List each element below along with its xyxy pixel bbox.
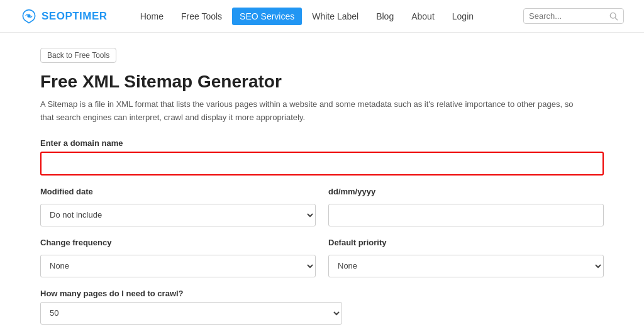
svg-line-2 <box>615 18 618 20</box>
logo-text: SEOPTIMER <box>42 10 108 23</box>
pages-select[interactable]: 50100200500 <box>40 302 342 325</box>
site-header: SEOPTIMER Home Free Tools SEO Services W… <box>0 0 644 33</box>
default-priority-label: Default priority <box>328 238 604 247</box>
nav-blog[interactable]: Blog <box>369 8 401 25</box>
main-content: Back to Free Tools Free XML Sitemap Gene… <box>20 33 624 334</box>
back-button[interactable]: Back to Free Tools <box>40 48 116 63</box>
search-icon <box>609 12 618 21</box>
default-priority-select[interactable]: None0.10.20.30.40.50.60.70.80.91.0 <box>328 255 604 277</box>
date-field-label: dd/mm/yyyy <box>328 187 604 196</box>
modified-date-group: Modified date Do not includeTodayCustom <box>40 187 316 226</box>
change-freq-group: Change frequency NoneAlwaysHourlyDailyWe… <box>40 238 316 277</box>
nav-free-tools[interactable]: Free Tools <box>174 8 230 25</box>
change-freq-select[interactable]: NoneAlwaysHourlyDailyWeeklyMonthlyYearly… <box>40 255 316 277</box>
nav-login[interactable]: Login <box>445 8 481 25</box>
date-frequency-row: Modified date Do not includeTodayCustom … <box>40 187 604 226</box>
nav-white-label[interactable]: White Label <box>304 8 366 25</box>
default-priority-group: Default priority None0.10.20.30.40.50.60… <box>328 238 604 277</box>
change-freq-label: Change frequency <box>40 238 316 247</box>
nav-about[interactable]: About <box>404 8 442 25</box>
pages-label: How many pages do I need to crawl? <box>40 289 342 298</box>
logo-icon <box>20 8 38 25</box>
date-field-group: dd/mm/yyyy <box>328 187 604 226</box>
page-description: A Sitemap is a file in XML format that l… <box>40 98 581 125</box>
search-box <box>523 8 624 24</box>
pages-group: How many pages do I need to crawl? 50100… <box>40 289 342 325</box>
page-title: Free XML Sitemap Generator <box>40 72 604 92</box>
search-input[interactable] <box>529 11 607 21</box>
logo[interactable]: SEOPTIMER <box>20 8 108 25</box>
nav-home[interactable]: Home <box>133 8 171 25</box>
modified-date-label: Modified date <box>40 187 316 196</box>
nav-seo-services[interactable]: SEO Services <box>232 8 302 25</box>
change-priority-row: Change frequency NoneAlwaysHourlyDailyWe… <box>40 238 604 277</box>
domain-label: Enter a domain name <box>40 138 604 148</box>
sitemap-form: Enter a domain name Modified date Do not… <box>40 138 604 334</box>
modified-date-select[interactable]: Do not includeTodayCustom <box>40 204 316 226</box>
main-nav: Home Free Tools SEO Services White Label… <box>133 8 523 25</box>
domain-input[interactable] <box>40 152 604 175</box>
date-input[interactable] <box>328 204 604 226</box>
